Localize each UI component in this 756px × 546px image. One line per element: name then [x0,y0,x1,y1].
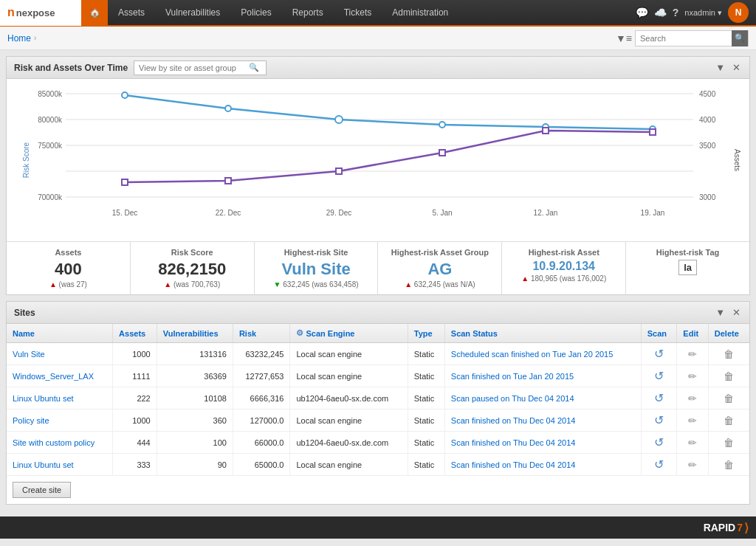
scan-status-link-0[interactable]: Scheduled scan finished on Tue Jan 20 20… [451,350,614,359]
cell-engine-3: Local scan engine [290,410,408,432]
search-input[interactable] [636,34,732,43]
table-row: Site with custom policy 444 100 66000.0 … [7,432,749,454]
col-vulnerabilities[interactable]: Vulnerabilities [157,324,233,343]
col-edit[interactable]: Edit [677,324,708,343]
delete-button-5[interactable]: 🗑 [724,459,734,471]
cell-scan-0: ↺ [641,343,677,365]
scan-status-link-2[interactable]: Scan paused on Thu Dec 04 2014 [451,394,574,403]
sites-minimize-button[interactable]: ▼ [714,307,726,318]
stat-site-sub: ▼ 632,245 (was 634,458) [264,280,369,288]
scan-button-0[interactable]: ↺ [654,347,664,361]
breadcrumb-bar: Home › ▼≡ 🔍 [0,27,756,50]
nav-item-administration[interactable]: Administration [382,0,458,26]
delete-button-2[interactable]: 🗑 [724,393,734,404]
panel-header-right: ▼ ✕ [714,62,742,73]
filter-icon[interactable]: ▼≡ [616,32,632,44]
cell-assets-4: 444 [113,432,157,454]
assets-trend-icon: ▲ [49,280,57,288]
edit-button-5[interactable]: ✏ [688,459,697,471]
col-assets[interactable]: Assets [113,324,157,343]
scan-button-1[interactable]: ↺ [654,369,664,383]
delete-button-3[interactable]: 🗑 [724,415,734,426]
table-row: Linux Ubuntu set 333 90 65000.0 Local sc… [7,454,749,476]
scan-engine-header-icon: ⚙ [296,328,303,338]
cell-type-4: Static [408,432,444,454]
scan-button-3[interactable]: ↺ [654,413,664,427]
scan-button-5[interactable]: ↺ [654,457,664,471]
logo-icon: n [7,6,15,19]
search-button[interactable]: 🔍 [732,30,748,46]
svg-point-20 [225,106,231,111]
stat-asset-value[interactable]: 10.9.20.134 [511,260,616,273]
cell-risk-5: 65000.0 [233,454,290,476]
chat-icon[interactable]: 💬 [636,7,648,18]
site-name-link-4[interactable]: Site with custom policy [13,438,94,447]
stats-row: Assets 400 ▲ (was 27) Risk Score 826,215… [7,241,749,294]
delete-button-1[interactable]: 🗑 [724,370,734,382]
cell-delete-1: 🗑 [708,365,749,387]
minimize-button[interactable]: ▼ [714,62,726,73]
panel-search-input[interactable] [134,63,249,72]
edit-button-4[interactable]: ✏ [688,437,697,449]
site-name-link-0[interactable]: Vuln Site [13,350,45,359]
home-button[interactable]: 🏠 [81,0,108,26]
svg-text:15. Dec: 15. Dec [112,209,137,217]
cell-type-3: Static [408,410,444,432]
user-avatar[interactable]: N [728,2,749,23]
stat-ag-value[interactable]: AG [387,260,492,279]
scan-button-4[interactable]: ↺ [654,435,664,449]
site-name-link-5[interactable]: Linux Ubuntu set [13,460,74,469]
close-button[interactable]: ✕ [731,62,742,73]
site-name-link-2[interactable]: Linux Ubuntu set [13,394,74,403]
col-type[interactable]: Type [408,324,444,343]
col-delete[interactable]: Delete [708,324,749,343]
breadcrumb: Home › [7,33,36,44]
nav-item-reports[interactable]: Reports [282,0,334,26]
breadcrumb-home[interactable]: Home [7,33,31,44]
scan-button-2[interactable]: ↺ [654,391,664,405]
stat-ag-label: Highest-risk Asset Group [387,248,492,257]
scan-status-link-4[interactable]: Scan finished on Thu Dec 04 2014 [451,438,576,447]
nav-item-tickets[interactable]: Tickets [334,0,382,26]
col-name[interactable]: Name [7,324,113,343]
site-name-link-1[interactable]: Windows_Server_LAX [13,372,94,381]
create-site-button[interactable]: Create site [13,482,71,498]
table-row: Linux Ubuntu set 222 10108 6666,316 ub12… [7,387,749,410]
site-name-link-3[interactable]: Policy site [13,416,49,425]
delete-button-4[interactable]: 🗑 [724,437,734,449]
stat-site-value[interactable]: Vuln Site [264,260,369,279]
footer: RAPID7 ⟩ [0,516,756,539]
col-scan-engine[interactable]: ⚙ Scan Engine [290,324,408,343]
search-icon: 🔍 [735,33,745,43]
rapid7-swoosh: ⟩ [744,521,749,535]
table-row: Vuln Site 1000 131316 63232,245 Local sc… [7,343,749,365]
col-scan-status[interactable]: Scan Status [444,324,641,343]
nav-item-policies[interactable]: Policies [230,0,281,26]
table-row: Windows_Server_LAX 1111 36369 12727,653 … [7,365,749,387]
edit-button-2[interactable]: ✏ [688,393,697,404]
scan-status-link-1[interactable]: Scan finished on Tue Jan 20 2015 [451,372,574,381]
logo-area: n nexpose [0,0,81,26]
user-menu[interactable]: nxadmin ▾ [684,8,722,18]
cell-status-2: Scan paused on Thu Dec 04 2014 [444,387,641,410]
cell-engine-1: Local scan engine [290,365,408,387]
sites-table-header: Name Assets Vulnerabilities Risk ⚙ Scan … [7,324,749,343]
col-risk[interactable]: Risk [233,324,290,343]
nav-item-vulnerabilities[interactable]: Vulnerabilities [155,0,230,26]
delete-button-0[interactable]: 🗑 [724,348,734,360]
top-navigation: n nexpose 🏠 Assets Vulnerabilities Polic… [0,0,756,27]
panel-header-left: Risk and Assets Over Time 🔍 [14,61,267,75]
edit-button-3[interactable]: ✏ [688,415,697,426]
col-scan[interactable]: Scan [641,324,677,343]
help-icon[interactable]: ? [673,7,679,18]
edit-button-0[interactable]: ✏ [688,348,697,360]
nav-item-assets[interactable]: Assets [108,0,155,26]
scan-status-link-3[interactable]: Scan finished on Thu Dec 04 2014 [451,416,576,425]
stat-asset-label: Highest-risk Asset [511,248,616,257]
sites-close-button[interactable]: ✕ [731,307,742,318]
edit-button-1[interactable]: ✏ [688,370,697,382]
cloud-icon[interactable]: ☁️ [654,7,667,18]
cell-assets-3: 1000 [113,410,157,432]
sites-panel-header-right: ▼ ✕ [714,307,742,318]
scan-status-link-5[interactable]: Scan finished on Thu Dec 04 2014 [451,460,576,469]
